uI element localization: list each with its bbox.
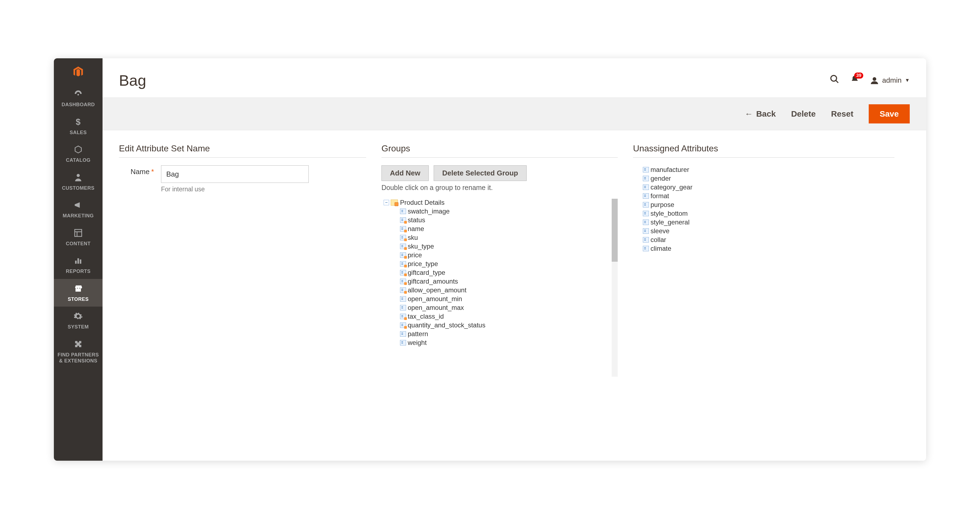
attribute-icon <box>400 296 406 302</box>
sidebar-item-content[interactable]: CONTENT <box>54 224 103 251</box>
attribute-icon <box>643 228 649 234</box>
tree-root-node[interactable]: − Product Details <box>383 199 611 206</box>
attribute-icon <box>643 246 649 251</box>
sidebar-item-label: MARKETING <box>63 213 94 219</box>
set-name-input[interactable] <box>161 165 309 183</box>
attribute-icon <box>400 340 406 345</box>
groups-hint: Double click on a group to rename it. <box>382 184 618 192</box>
dashboard-icon <box>73 89 83 100</box>
unassigned-attribute-item[interactable]: manufacturer <box>643 165 894 174</box>
sidebar-item-customers[interactable]: CUSTOMERS <box>54 168 103 196</box>
attribute-label: quantity_and_stock_status <box>408 321 485 329</box>
admin-sidebar: DASHBOARD$SALESCATALOGCUSTOMERSMARKETING… <box>54 58 103 461</box>
unassigned-attribute-item[interactable]: purpose <box>643 200 894 209</box>
svg-line-13 <box>836 80 838 83</box>
unassigned-attribute-item[interactable]: style_general <box>643 218 894 227</box>
sidebar-item-label: DASHBOARD <box>62 102 95 108</box>
attribute-item[interactable]: price_type <box>400 260 611 268</box>
unassigned-attribute-item[interactable]: sleeve <box>643 227 894 235</box>
sidebar-item-find[interactable]: FIND PARTNERS& EXTENSIONS <box>54 334 103 369</box>
attribute-icon <box>400 331 406 337</box>
attribute-item[interactable]: open_amount_min <box>400 295 611 303</box>
attribute-item[interactable]: name <box>400 224 611 233</box>
attribute-locked-icon <box>400 261 406 267</box>
groups-column: Groups Add New Delete Selected Group Dou… <box>382 144 633 377</box>
back-button[interactable]: ← Back <box>745 109 776 118</box>
attribute-item[interactable]: quantity_and_stock_status <box>400 321 611 330</box>
svg-rect-11 <box>75 289 81 292</box>
puzzle-icon <box>73 339 83 350</box>
sidebar-item-stores[interactable]: STORES <box>54 279 103 307</box>
attribute-label: giftcard_type <box>408 269 445 276</box>
vertical-scrollbar[interactable] <box>612 199 618 377</box>
attribute-item[interactable]: tax_class_id <box>400 312 611 321</box>
svg-point-2 <box>77 94 79 96</box>
person-icon <box>73 173 83 184</box>
logo[interactable] <box>54 58 103 84</box>
megaphone-icon <box>73 200 83 211</box>
attribute-item[interactable]: allow_open_amount <box>400 286 611 295</box>
box-icon <box>73 145 83 155</box>
attribute-item[interactable]: weight <box>400 339 611 347</box>
attribute-item[interactable]: status <box>400 216 611 224</box>
save-button[interactable]: Save <box>869 104 910 123</box>
sidebar-item-dashboard[interactable]: DASHBOARD <box>54 84 103 112</box>
sidebar-item-sales[interactable]: $SALES <box>54 112 103 140</box>
unassigned-attribute-item[interactable]: format <box>643 192 894 200</box>
sidebar-item-reports[interactable]: REPORTS <box>54 251 103 279</box>
sidebar-item-label: SYSTEM <box>68 324 89 330</box>
attribute-label: style_general <box>651 219 690 226</box>
attribute-label: sleeve <box>651 227 670 235</box>
svg-point-14 <box>873 77 877 81</box>
dollar-icon: $ <box>73 117 83 128</box>
attribute-label: weight <box>408 339 426 347</box>
name-label: Name* <box>119 165 154 176</box>
unassigned-attribute-item[interactable]: category_gear <box>643 183 894 192</box>
search-icon[interactable] <box>830 74 840 86</box>
attribute-item[interactable]: sku_type <box>400 242 611 251</box>
attribute-label: sku_type <box>408 243 434 250</box>
scrollbar-thumb[interactable] <box>612 199 618 262</box>
attribute-locked-icon <box>400 235 406 240</box>
unassigned-attribute-item[interactable]: collar <box>643 235 894 244</box>
attribute-label: pattern <box>408 330 428 338</box>
add-new-group-button[interactable]: Add New <box>382 165 429 181</box>
attribute-icon <box>643 185 649 190</box>
delete-selected-group-button[interactable]: Delete Selected Group <box>434 165 527 181</box>
svg-rect-8 <box>75 260 77 263</box>
attribute-item[interactable]: open_amount_max <box>400 303 611 312</box>
user-menu[interactable]: admin ▼ <box>870 76 910 85</box>
attribute-item[interactable]: giftcard_amounts <box>400 277 611 286</box>
attribute-item[interactable]: giftcard_type <box>400 268 611 277</box>
attribute-locked-icon <box>400 279 406 284</box>
name-field-row: Name* For internal use <box>119 165 366 193</box>
attribute-icon <box>400 209 406 214</box>
collapse-icon[interactable]: − <box>383 200 389 205</box>
attribute-locked-icon <box>400 323 406 328</box>
attribute-locked-icon <box>400 217 406 223</box>
attribute-item[interactable]: swatch_image <box>400 207 611 216</box>
sidebar-item-marketing[interactable]: MARKETING <box>54 195 103 224</box>
user-icon <box>870 76 879 85</box>
attribute-label: climate <box>651 245 671 252</box>
attribute-locked-icon <box>400 244 406 249</box>
layout-icon <box>73 228 83 239</box>
delete-button[interactable]: Delete <box>791 109 816 118</box>
sidebar-item-label: SALES <box>70 129 87 136</box>
sidebar-item-catalog[interactable]: CATALOG <box>54 140 103 168</box>
section-title-edit-name: Edit Attribute Set Name <box>119 144 366 158</box>
sidebar-item-label: STORES <box>68 296 89 302</box>
attribute-label: open_amount_max <box>408 304 464 311</box>
attribute-item[interactable]: pattern <box>400 330 611 339</box>
attribute-item[interactable]: price <box>400 251 611 260</box>
unassigned-attribute-item[interactable]: gender <box>643 174 894 183</box>
attribute-label: giftcard_amounts <box>408 278 458 285</box>
notifications-icon[interactable]: 39 <box>850 75 859 86</box>
section-title-groups: Groups <box>382 144 618 158</box>
svg-point-4 <box>76 174 80 177</box>
unassigned-attribute-item[interactable]: style_bottom <box>643 209 894 218</box>
attribute-item[interactable]: sku <box>400 233 611 242</box>
reset-button[interactable]: Reset <box>831 109 853 118</box>
sidebar-item-system[interactable]: SYSTEM <box>54 307 103 334</box>
unassigned-attribute-item[interactable]: climate <box>643 244 894 253</box>
